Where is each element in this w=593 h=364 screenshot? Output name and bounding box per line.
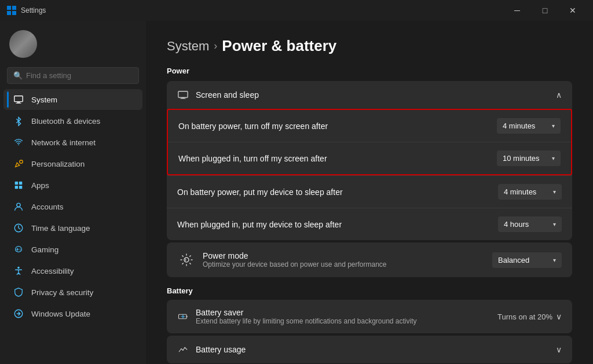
battery-usage-icon <box>177 344 189 355</box>
minimize-button[interactable]: ─ <box>504 1 530 20</box>
svg-rect-22 <box>181 98 184 98</box>
battery-saver-row[interactable]: Battery saver Extend battery life by lim… <box>167 300 572 333</box>
search-box[interactable]: 🔍 <box>7 67 139 84</box>
battery-saver-description: Extend battery life by limiting some not… <box>196 317 417 325</box>
network-icon <box>13 137 24 148</box>
sidebar-item-privacy[interactable]: Privacy & security <box>3 282 142 303</box>
battery-sleep-dropdown[interactable]: 4 minutes ▾ <box>498 184 562 200</box>
battery-saver-icon <box>177 311 189 322</box>
power-mode-text: Power mode Optimize your device based on… <box>203 251 483 269</box>
content-area: System › Power & battery Power Screen an… <box>146 21 593 364</box>
sidebar-label-privacy: Privacy & security <box>31 288 93 297</box>
svg-rect-5 <box>17 102 20 103</box>
screen-sleep-header-left: Screen and sleep <box>177 89 259 101</box>
battery-sleep-control: 4 minutes ▾ <box>498 184 562 200</box>
breadcrumb-chevron: › <box>214 40 217 52</box>
battery-usage-title: Battery usage <box>196 345 246 354</box>
plugged-sleep-dropdown[interactable]: 4 hours ▾ <box>498 216 562 232</box>
screen-sleep-header[interactable]: Screen and sleep ∧ <box>167 81 572 109</box>
accessibility-icon <box>13 265 24 277</box>
power-section-label: Power <box>167 67 572 75</box>
battery-saver-title: Battery saver <box>196 308 417 317</box>
svg-rect-9 <box>15 182 18 185</box>
breadcrumb-parent[interactable]: System <box>167 39 209 54</box>
sidebar-label-network: Network & internet <box>31 138 96 147</box>
sidebar-label-gaming: Gaming <box>31 245 58 254</box>
battery-screen-value: 4 minutes <box>503 122 535 130</box>
sidebar-profile <box>0 25 146 67</box>
sidebar-item-system[interactable]: System <box>3 89 142 110</box>
sidebar-item-time[interactable]: Time & language <box>3 218 142 238</box>
main-layout: 🔍 System Bluetooth & devices <box>0 21 593 364</box>
personalization-icon <box>13 158 24 170</box>
titlebar-controls: ─ □ ✕ <box>504 1 586 20</box>
sidebar-label-update: Windows Update <box>31 310 90 318</box>
sidebar-item-accounts[interactable]: Accounts <box>3 196 142 217</box>
svg-point-19 <box>17 267 20 269</box>
avatar <box>9 30 37 58</box>
gaming-icon <box>13 244 24 255</box>
plugged-screen-dropdown[interactable]: 10 minutes ▾ <box>497 150 561 166</box>
battery-section-label: Battery <box>167 286 572 295</box>
battery-saver-left: Battery saver Extend battery life by lim… <box>177 308 417 325</box>
maximize-button[interactable]: □ <box>532 1 558 20</box>
svg-rect-12 <box>19 186 22 189</box>
sidebar: 🔍 System Bluetooth & devices <box>0 21 146 364</box>
plugged-sleep-label: When plugged in, put my device to sleep … <box>177 220 342 229</box>
apps-icon <box>13 179 24 191</box>
search-icon: 🔍 <box>13 71 23 80</box>
battery-usage-row[interactable]: Battery usage ∨ <box>167 336 572 363</box>
power-mode-dropdown[interactable]: Balanced ▾ <box>492 252 562 268</box>
battery-saver-chevron: ∨ <box>556 312 562 321</box>
svg-rect-6 <box>16 103 21 104</box>
svg-rect-1 <box>12 6 16 10</box>
battery-usage-card: Battery usage ∨ <box>167 336 572 363</box>
battery-saver-text: Battery saver Extend battery life by lim… <box>196 308 417 325</box>
battery-saver-value: Turns on at 20% <box>497 312 552 321</box>
battery-screen-arrow: ▾ <box>552 123 555 129</box>
battery-sleep-label: On battery power, put my device to sleep… <box>177 187 343 197</box>
sidebar-item-network[interactable]: Network & internet <box>3 132 142 153</box>
app-title: Settings <box>21 6 46 14</box>
plugged-screen-arrow: ▾ <box>552 155 555 161</box>
svg-point-17 <box>20 248 20 249</box>
sidebar-label-bluetooth: Bluetooth & devices <box>31 117 100 126</box>
plugged-sleep-row: When plugged in, put my device to sleep … <box>167 208 572 240</box>
screen-sleep-icon <box>177 89 189 101</box>
sidebar-item-apps[interactable]: Apps <box>3 175 142 196</box>
time-icon <box>13 222 24 234</box>
plugged-sleep-value: 4 hours <box>504 220 529 229</box>
sidebar-label-personalization: Personalization <box>31 160 85 168</box>
search-container: 🔍 <box>0 67 146 89</box>
sidebar-label-accounts: Accounts <box>31 203 64 211</box>
sidebar-label-time: Time & language <box>31 224 90 233</box>
battery-sleep-arrow: ▾ <box>553 189 556 195</box>
sidebar-item-bluetooth[interactable]: Bluetooth & devices <box>3 111 142 131</box>
battery-screen-row: On battery power, turn off my screen aft… <box>168 110 571 142</box>
svg-rect-0 <box>7 6 11 10</box>
battery-usage-chevron: ∨ <box>556 345 562 354</box>
plugged-screen-control: 10 minutes ▾ <box>497 150 561 166</box>
sidebar-item-accessibility[interactable]: Accessibility <box>3 260 142 281</box>
screen-sleep-title: Screen and sleep <box>196 90 259 100</box>
breadcrumb: System › Power & battery <box>167 37 572 55</box>
battery-screen-dropdown[interactable]: 4 minutes ▾ <box>497 118 561 134</box>
system-icon <box>13 94 24 105</box>
update-icon <box>13 308 24 319</box>
close-button[interactable]: ✕ <box>559 1 586 20</box>
highlighted-section: On battery power, turn off my screen aft… <box>167 109 572 175</box>
titlebar: Settings ─ □ ✕ <box>0 0 593 21</box>
battery-screen-control: 4 minutes ▾ <box>497 118 561 134</box>
search-input[interactable] <box>26 71 133 80</box>
power-mode-title: Power mode <box>203 251 483 260</box>
svg-rect-11 <box>15 186 18 189</box>
battery-screen-label: On battery power, turn off my screen aft… <box>178 122 328 131</box>
sidebar-label-system: System <box>31 95 57 104</box>
sidebar-item-personalization[interactable]: Personalization <box>3 153 142 174</box>
plugged-screen-row: When plugged in, turn off my screen afte… <box>168 142 571 174</box>
titlebar-left: Settings <box>7 6 46 15</box>
bluetooth-icon <box>13 115 24 127</box>
sidebar-label-apps: Apps <box>31 181 49 190</box>
sidebar-item-gaming[interactable]: Gaming <box>3 239 142 260</box>
sidebar-item-update[interactable]: Windows Update <box>3 303 142 324</box>
